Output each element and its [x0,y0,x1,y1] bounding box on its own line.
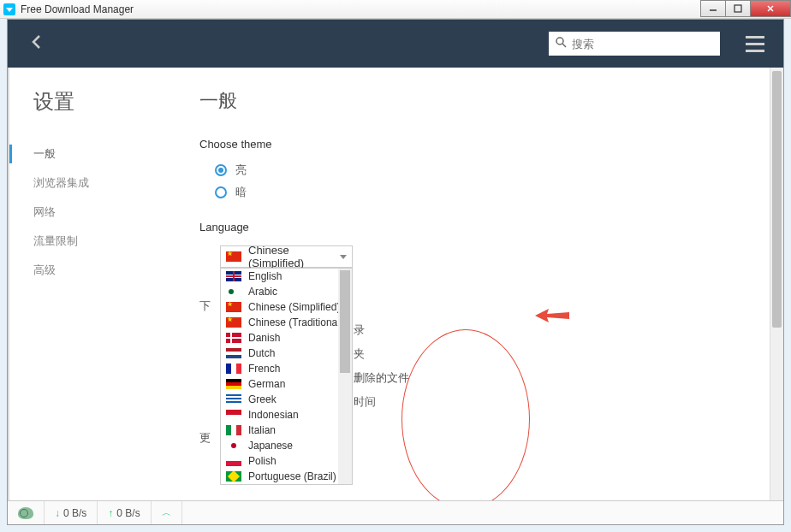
flag-icon [226,271,241,281]
collapse-button[interactable]: ︿ [152,501,182,524]
radio-label: 亮 [235,163,247,178]
chevron-up-icon: ︿ [162,506,171,519]
menu-button[interactable] [740,31,770,57]
download-speed: ↓0 B/s [45,501,98,524]
search-input[interactable] [572,38,713,50]
flag-icon [226,287,241,297]
flag-icon [226,425,241,435]
search-icon [556,37,567,50]
language-dropdown[interactable]: Chinese (Simplified) [220,245,353,268]
radio-icon [215,164,227,176]
flag-icon [226,348,241,358]
search-box[interactable] [549,32,720,56]
language-option[interactable]: English [221,269,352,284]
snail-icon [18,507,33,519]
language-dropdown-list: English Arabic Chinese (Simplified) Chin… [220,268,353,485]
flag-icon [226,251,241,262]
language-option[interactable]: Polish [221,453,352,469]
obscured-text: 删除的文件 [354,370,783,386]
flag-icon [226,471,241,482]
content-scrollbar[interactable] [770,68,783,500]
theme-option-light[interactable]: 亮 [215,163,783,178]
flag-icon [226,302,241,312]
flag-icon [226,456,241,466]
window-title: Free Download Manager [21,3,134,15]
app-icon [3,3,15,15]
dropdown-selected-label: Chinese (Simplified) [248,244,347,269]
flag-icon [226,410,241,420]
language-option[interactable]: Danish [221,330,352,346]
page-title: 设置 [33,88,196,115]
snail-mode-button[interactable] [8,501,45,524]
app-frame: 设置 一般 浏览器集成 网络 流量限制 高级 一般 Choose theme 亮… [7,19,784,525]
language-option[interactable]: Indonesian [221,407,352,423]
language-option[interactable]: French [221,361,352,376]
window-titlebar: Free Download Manager [0,0,791,19]
theme-label: Choose theme [199,138,783,151]
obscured-text: 录 [354,322,783,338]
settings-sidebar: 设置 一般 浏览器集成 网络 流量限制 高级 [8,68,196,500]
flag-icon [226,394,241,405]
sidebar-item-network[interactable]: 网络 [33,198,196,227]
obscured-text: 时间 [354,394,783,410]
obscured-text: 夹 [354,346,783,362]
status-bar: ↓0 B/s ↑0 B/s ︿ [8,500,783,524]
language-option[interactable]: Chinese (Simplified) [221,299,352,315]
sidebar-item-browser[interactable]: 浏览器集成 [33,168,196,198]
flag-icon [226,379,241,389]
sidebar-item-general[interactable]: 一般 [33,139,196,168]
language-option[interactable]: Chinese (Traditional) [221,315,352,330]
app-header [8,20,783,68]
content-area: 设置 一般 浏览器集成 网络 流量限制 高级 一般 Choose theme 亮… [8,68,783,500]
settings-main: 一般 Choose theme 亮 暗 Language Chinese (Si… [196,68,783,500]
section-title: 一般 [199,88,783,114]
close-button[interactable] [750,0,791,17]
language-option[interactable]: Japanese [221,438,352,453]
sidebar-item-traffic[interactable]: 流量限制 [33,227,196,256]
svg-point-4 [556,38,563,44]
svg-line-5 [562,44,566,47]
language-option[interactable]: Italian [221,423,352,438]
dropdown-scrollbar[interactable] [338,269,352,484]
flag-icon [226,364,241,374]
language-option[interactable]: Dutch [221,346,352,361]
minimize-button[interactable] [700,0,726,17]
maximize-button[interactable] [725,0,751,17]
radio-label: 暗 [235,185,247,200]
language-option[interactable]: Arabic [221,284,352,299]
radio-icon [215,186,227,198]
upload-speed: ↑0 B/s [98,501,151,524]
language-dropdown-wrap: Chinese (Simplified) English Arabic Chin… [199,245,783,268]
back-button[interactable] [21,28,51,60]
arrow-down-icon: ↓ [55,507,60,519]
language-option[interactable]: German [221,376,352,392]
flag-icon [226,440,241,451]
window-controls [701,0,791,17]
arrow-up-icon: ↑ [108,507,113,519]
theme-option-dark[interactable]: 暗 [215,185,783,200]
flag-icon [226,317,241,328]
language-option[interactable]: Greek [221,392,352,407]
sidebar-item-advanced[interactable]: 高级 [33,256,196,285]
language-option[interactable]: Portuguese (Brazil) [221,469,352,484]
flag-icon [226,333,241,343]
language-label: Language [199,221,783,233]
svg-rect-1 [734,5,741,12]
